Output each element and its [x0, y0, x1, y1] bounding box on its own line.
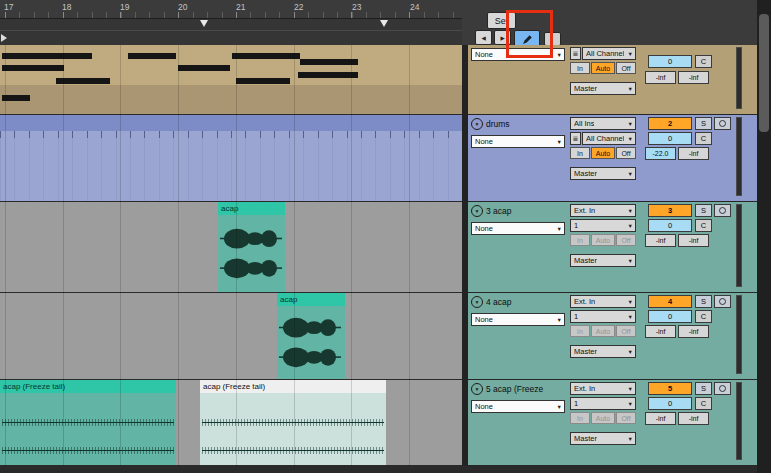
monitor-in-button[interactable]: In	[570, 325, 590, 337]
arm-button[interactable]	[714, 295, 731, 308]
input-type-select[interactable]: Ext. In ▼	[570, 204, 636, 217]
fold-track-icon[interactable]: ▼	[471, 383, 483, 395]
track-title-row[interactable]: ▼ 3 acap	[471, 204, 566, 217]
monitor-off-button[interactable]: Off	[616, 147, 636, 159]
fold-track-icon[interactable]: ▼	[471, 205, 483, 217]
midi-note[interactable]	[232, 53, 300, 59]
arrangement-track-drums[interactable]	[0, 115, 462, 202]
midi-note[interactable]	[2, 95, 30, 101]
clip-title[interactable]: acap	[277, 293, 345, 306]
beat-time-ruler[interactable]: 17 18 19 20 21 22 23 24	[0, 0, 462, 19]
track-header-3acap[interactable]: ▼ 3 acap None ▼ Ext. In ▼ 1 ▼ In Auto Of…	[468, 202, 757, 293]
scrub-area[interactable]	[0, 19, 462, 45]
track-number-badge[interactable]: 2	[648, 117, 692, 130]
clip-body[interactable]	[218, 215, 285, 292]
output-select[interactable]: Master ▼	[570, 167, 636, 180]
track-number-badge[interactable]: 4	[648, 295, 692, 308]
prev-locator-button[interactable]: ◀	[475, 30, 492, 45]
solo-button[interactable]: S	[695, 117, 712, 130]
vertical-scrollbar[interactable]	[757, 0, 771, 473]
monitor-in-button[interactable]: In	[570, 147, 590, 159]
midi-note[interactable]	[236, 78, 290, 84]
clip-title[interactable]: acap	[218, 202, 285, 215]
arrangement-track-5acap[interactable]: acap (Freeze tail) acap (Freeze tail)	[0, 380, 462, 466]
midi-note[interactable]	[128, 53, 176, 59]
audio-clip[interactable]: acap	[277, 293, 345, 379]
device-chooser-select[interactable]: None ▼	[471, 222, 565, 235]
device-chooser-select[interactable]: None ▼	[471, 135, 565, 148]
scrollbar-handle[interactable]	[759, 14, 769, 132]
output-select[interactable]: Master ▼	[570, 82, 636, 95]
track-header-drums[interactable]: ▼ drums None ▼ All Ins ▼ ≣ All Channel ▼…	[468, 115, 757, 202]
monitor-in-button[interactable]: In	[570, 234, 590, 246]
monitor-auto-button[interactable]: Auto	[591, 62, 615, 74]
midi-note[interactable]	[300, 59, 358, 65]
pan-value[interactable]: C	[695, 310, 712, 323]
monitor-off-button[interactable]: Off	[616, 62, 636, 74]
monitor-off-button[interactable]: Off	[616, 412, 636, 424]
volume-value[interactable]: 0	[648, 55, 692, 68]
clip-title[interactable]: acap (Freeze tail)	[200, 380, 386, 393]
monitor-auto-button[interactable]: Auto	[591, 234, 615, 246]
fold-track-icon[interactable]: ▼	[471, 118, 483, 130]
volume-value[interactable]: 0	[648, 310, 692, 323]
midi-notes-layer[interactable]	[0, 45, 462, 114]
arrangement-track-3acap[interactable]: acap	[0, 202, 462, 293]
locator-marker-icon[interactable]	[380, 20, 388, 27]
midi-note[interactable]	[56, 78, 110, 84]
volume-value[interactable]: 0	[648, 219, 692, 232]
input-channel-select[interactable]: All Channel ▼	[582, 47, 636, 60]
arm-button[interactable]	[714, 204, 731, 217]
track-header-5acap[interactable]: ▼ 5 acap (Freeze None ▼ Ext. In ▼ 1 ▼ In…	[468, 380, 757, 466]
arrangement-track-midi[interactable]	[0, 45, 462, 115]
monitor-auto-button[interactable]: Auto	[591, 325, 615, 337]
midi-note[interactable]	[2, 53, 92, 59]
monitor-auto-button[interactable]: Auto	[591, 412, 615, 424]
clip-body[interactable]	[0, 393, 176, 465]
monitor-off-button[interactable]: Off	[616, 325, 636, 337]
pan-value[interactable]: C	[695, 397, 712, 410]
arm-button[interactable]	[714, 382, 731, 395]
solo-button[interactable]: S	[695, 204, 712, 217]
monitor-in-button[interactable]: In	[570, 412, 590, 424]
clip-body[interactable]	[200, 393, 386, 465]
track-number-badge[interactable]: 3	[648, 204, 692, 217]
clip-body[interactable]	[277, 306, 345, 379]
track-title-row[interactable]: ▼ 4 acap	[471, 295, 566, 308]
output-select[interactable]: Master ▼	[570, 345, 636, 358]
track-number-badge[interactable]: 5	[648, 382, 692, 395]
locator-marker-icon[interactable]	[200, 20, 208, 27]
volume-value[interactable]: 0	[648, 397, 692, 410]
monitor-auto-button[interactable]: Auto	[591, 147, 615, 159]
input-type-select[interactable]: Ext. In ▼	[570, 382, 636, 395]
pan-value[interactable]: C	[695, 219, 712, 232]
input-type-select[interactable]: All Ins ▼	[570, 117, 636, 130]
input-channel-select[interactable]: 1 ▼	[570, 397, 636, 410]
track-title-row[interactable]: ▼ drums	[471, 117, 566, 130]
clip-title-band[interactable]	[0, 115, 462, 131]
pan-value[interactable]: C	[695, 132, 712, 145]
device-chooser-select[interactable]: None ▼	[471, 313, 565, 326]
audio-clip[interactable]: acap (Freeze tail)	[0, 380, 176, 465]
input-channel-select[interactable]: 1 ▼	[570, 310, 636, 323]
arm-button[interactable]	[714, 117, 731, 130]
output-level-left[interactable]: -22.0	[645, 147, 676, 160]
pan-value[interactable]: C	[695, 55, 712, 68]
track-header-4acap[interactable]: ▼ 4 acap None ▼ Ext. In ▼ 1 ▼ In Auto Of…	[468, 293, 757, 380]
output-select[interactable]: Master ▼	[570, 254, 636, 267]
monitor-off-button[interactable]: Off	[616, 234, 636, 246]
audio-clip[interactable]: acap	[218, 202, 285, 292]
input-type-select[interactable]: Ext. In ▼	[570, 295, 636, 308]
midi-note[interactable]	[178, 65, 230, 71]
track-title-row[interactable]: ▼ 5 acap (Freeze	[471, 382, 566, 395]
clip-title[interactable]: acap (Freeze tail)	[0, 380, 176, 393]
volume-value[interactable]: 0	[648, 132, 692, 145]
input-channel-select[interactable]: All Channel ▼	[582, 132, 636, 145]
output-select[interactable]: Master ▼	[570, 432, 636, 445]
arrangement-start-marker-icon[interactable]	[1, 34, 7, 42]
audio-clip-selected[interactable]: acap (Freeze tail)	[200, 380, 386, 465]
solo-button[interactable]: S	[695, 295, 712, 308]
input-channel-select[interactable]: 1 ▼	[570, 219, 636, 232]
device-chooser-select[interactable]: None ▼	[471, 400, 565, 413]
solo-button[interactable]: S	[695, 382, 712, 395]
